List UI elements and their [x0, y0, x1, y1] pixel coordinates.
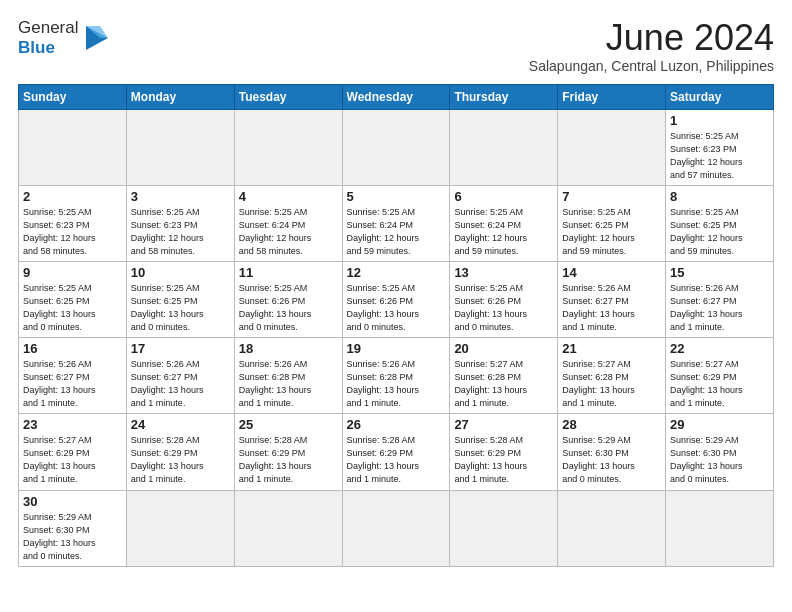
calendar-day-cell: 21Sunrise: 5:27 AM Sunset: 6:28 PM Dayli…: [558, 338, 666, 414]
day-number: 21: [562, 341, 661, 356]
month-title: June 2024: [529, 18, 774, 58]
calendar-week-row: 2Sunrise: 5:25 AM Sunset: 6:23 PM Daylig…: [19, 185, 774, 261]
day-info: Sunrise: 5:29 AM Sunset: 6:30 PM Dayligh…: [562, 434, 661, 486]
calendar-week-row: 23Sunrise: 5:27 AM Sunset: 6:29 PM Dayli…: [19, 414, 774, 490]
calendar-day-cell: 10Sunrise: 5:25 AM Sunset: 6:25 PM Dayli…: [126, 261, 234, 337]
calendar-day-cell: 20Sunrise: 5:27 AM Sunset: 6:28 PM Dayli…: [450, 338, 558, 414]
day-info: Sunrise: 5:26 AM Sunset: 6:27 PM Dayligh…: [562, 282, 661, 334]
calendar-day-cell: [126, 490, 234, 566]
day-number: 27: [454, 417, 553, 432]
calendar-day-cell: [234, 490, 342, 566]
day-info: Sunrise: 5:27 AM Sunset: 6:29 PM Dayligh…: [23, 434, 122, 486]
day-info: Sunrise: 5:25 AM Sunset: 6:25 PM Dayligh…: [23, 282, 122, 334]
calendar-day-cell: 30Sunrise: 5:29 AM Sunset: 6:30 PM Dayli…: [19, 490, 127, 566]
day-info: Sunrise: 5:25 AM Sunset: 6:23 PM Dayligh…: [23, 206, 122, 258]
day-info: Sunrise: 5:25 AM Sunset: 6:25 PM Dayligh…: [562, 206, 661, 258]
day-info: Sunrise: 5:26 AM Sunset: 6:28 PM Dayligh…: [347, 358, 446, 410]
day-info: Sunrise: 5:28 AM Sunset: 6:29 PM Dayligh…: [131, 434, 230, 486]
day-info: Sunrise: 5:25 AM Sunset: 6:24 PM Dayligh…: [239, 206, 338, 258]
calendar-day-cell: 23Sunrise: 5:27 AM Sunset: 6:29 PM Dayli…: [19, 414, 127, 490]
calendar-day-cell: 26Sunrise: 5:28 AM Sunset: 6:29 PM Dayli…: [342, 414, 450, 490]
day-number: 15: [670, 265, 769, 280]
calendar-day-cell: 17Sunrise: 5:26 AM Sunset: 6:27 PM Dayli…: [126, 338, 234, 414]
day-info: Sunrise: 5:25 AM Sunset: 6:24 PM Dayligh…: [454, 206, 553, 258]
weekday-header-wednesday: Wednesday: [342, 84, 450, 109]
day-number: 23: [23, 417, 122, 432]
day-number: 19: [347, 341, 446, 356]
calendar-day-cell: [342, 490, 450, 566]
day-number: 14: [562, 265, 661, 280]
calendar-day-cell: 15Sunrise: 5:26 AM Sunset: 6:27 PM Dayli…: [666, 261, 774, 337]
header: General Blue June 2024 Salapungan, Centr…: [18, 18, 774, 74]
calendar-day-cell: 9Sunrise: 5:25 AM Sunset: 6:25 PM Daylig…: [19, 261, 127, 337]
weekday-header-saturday: Saturday: [666, 84, 774, 109]
logo: General Blue: [18, 18, 110, 57]
day-number: 30: [23, 494, 122, 509]
calendar-day-cell: 2Sunrise: 5:25 AM Sunset: 6:23 PM Daylig…: [19, 185, 127, 261]
calendar-day-cell: 13Sunrise: 5:25 AM Sunset: 6:26 PM Dayli…: [450, 261, 558, 337]
day-number: 29: [670, 417, 769, 432]
day-number: 12: [347, 265, 446, 280]
calendar-day-cell: 25Sunrise: 5:28 AM Sunset: 6:29 PM Dayli…: [234, 414, 342, 490]
day-number: 16: [23, 341, 122, 356]
day-number: 26: [347, 417, 446, 432]
calendar-day-cell: 28Sunrise: 5:29 AM Sunset: 6:30 PM Dayli…: [558, 414, 666, 490]
calendar-day-cell: 18Sunrise: 5:26 AM Sunset: 6:28 PM Dayli…: [234, 338, 342, 414]
day-info: Sunrise: 5:28 AM Sunset: 6:29 PM Dayligh…: [347, 434, 446, 486]
day-info: Sunrise: 5:27 AM Sunset: 6:28 PM Dayligh…: [562, 358, 661, 410]
day-number: 28: [562, 417, 661, 432]
calendar-day-cell: 3Sunrise: 5:25 AM Sunset: 6:23 PM Daylig…: [126, 185, 234, 261]
day-info: Sunrise: 5:25 AM Sunset: 6:25 PM Dayligh…: [131, 282, 230, 334]
day-number: 4: [239, 189, 338, 204]
day-info: Sunrise: 5:25 AM Sunset: 6:26 PM Dayligh…: [454, 282, 553, 334]
calendar-day-cell: 7Sunrise: 5:25 AM Sunset: 6:25 PM Daylig…: [558, 185, 666, 261]
day-number: 22: [670, 341, 769, 356]
logo-general-text: General: [18, 18, 78, 38]
calendar-table: SundayMondayTuesdayWednesdayThursdayFrid…: [18, 84, 774, 567]
calendar-day-cell: [126, 109, 234, 185]
day-info: Sunrise: 5:28 AM Sunset: 6:29 PM Dayligh…: [454, 434, 553, 486]
day-info: Sunrise: 5:26 AM Sunset: 6:28 PM Dayligh…: [239, 358, 338, 410]
title-block: June 2024 Salapungan, Central Luzon, Phi…: [529, 18, 774, 74]
day-info: Sunrise: 5:26 AM Sunset: 6:27 PM Dayligh…: [131, 358, 230, 410]
calendar-day-cell: [558, 490, 666, 566]
day-number: 17: [131, 341, 230, 356]
day-number: 24: [131, 417, 230, 432]
calendar-day-cell: [558, 109, 666, 185]
day-number: 25: [239, 417, 338, 432]
day-info: Sunrise: 5:25 AM Sunset: 6:23 PM Dayligh…: [670, 130, 769, 182]
weekday-header-monday: Monday: [126, 84, 234, 109]
day-number: 5: [347, 189, 446, 204]
calendar-day-cell: 27Sunrise: 5:28 AM Sunset: 6:29 PM Dayli…: [450, 414, 558, 490]
weekday-header-friday: Friday: [558, 84, 666, 109]
day-number: 9: [23, 265, 122, 280]
calendar-day-cell: 19Sunrise: 5:26 AM Sunset: 6:28 PM Dayli…: [342, 338, 450, 414]
day-info: Sunrise: 5:25 AM Sunset: 6:23 PM Dayligh…: [131, 206, 230, 258]
day-number: 7: [562, 189, 661, 204]
calendar-day-cell: 8Sunrise: 5:25 AM Sunset: 6:25 PM Daylig…: [666, 185, 774, 261]
calendar-day-cell: [666, 490, 774, 566]
calendar-week-row: 9Sunrise: 5:25 AM Sunset: 6:25 PM Daylig…: [19, 261, 774, 337]
day-number: 10: [131, 265, 230, 280]
day-number: 8: [670, 189, 769, 204]
day-info: Sunrise: 5:27 AM Sunset: 6:29 PM Dayligh…: [670, 358, 769, 410]
day-info: Sunrise: 5:27 AM Sunset: 6:28 PM Dayligh…: [454, 358, 553, 410]
day-info: Sunrise: 5:25 AM Sunset: 6:26 PM Dayligh…: [347, 282, 446, 334]
calendar-day-cell: [450, 490, 558, 566]
day-number: 3: [131, 189, 230, 204]
calendar-day-cell: 5Sunrise: 5:25 AM Sunset: 6:24 PM Daylig…: [342, 185, 450, 261]
calendar-day-cell: 1Sunrise: 5:25 AM Sunset: 6:23 PM Daylig…: [666, 109, 774, 185]
day-number: 6: [454, 189, 553, 204]
day-number: 13: [454, 265, 553, 280]
calendar-day-cell: 16Sunrise: 5:26 AM Sunset: 6:27 PM Dayli…: [19, 338, 127, 414]
weekday-header-tuesday: Tuesday: [234, 84, 342, 109]
calendar-day-cell: 24Sunrise: 5:28 AM Sunset: 6:29 PM Dayli…: [126, 414, 234, 490]
day-info: Sunrise: 5:26 AM Sunset: 6:27 PM Dayligh…: [23, 358, 122, 410]
page: General Blue June 2024 Salapungan, Centr…: [0, 0, 792, 577]
calendar-day-cell: [450, 109, 558, 185]
logo-icon: [82, 16, 110, 56]
calendar-day-cell: 6Sunrise: 5:25 AM Sunset: 6:24 PM Daylig…: [450, 185, 558, 261]
calendar-day-cell: 14Sunrise: 5:26 AM Sunset: 6:27 PM Dayli…: [558, 261, 666, 337]
calendar-day-cell: 4Sunrise: 5:25 AM Sunset: 6:24 PM Daylig…: [234, 185, 342, 261]
weekday-header-sunday: Sunday: [19, 84, 127, 109]
